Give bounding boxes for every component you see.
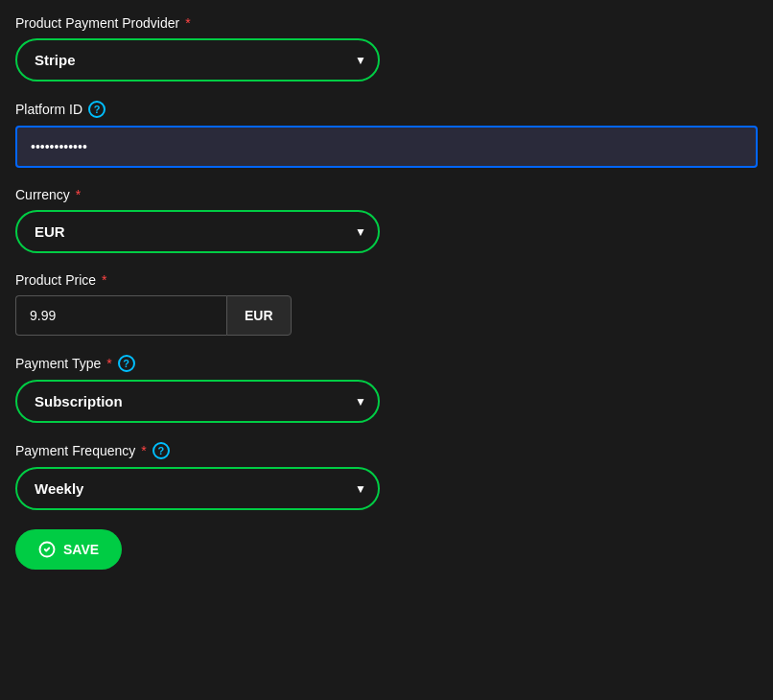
- payment-type-select-wrapper: Subscription One-time Free ▼: [15, 380, 380, 423]
- required-star: *: [76, 187, 81, 202]
- currency-select-wrapper: EUR USD GBP ▼: [15, 210, 380, 253]
- product-payment-provider-label: Product Payment Prodvider *: [15, 15, 758, 31]
- required-star: *: [141, 443, 146, 458]
- currency-label: Currency *: [15, 187, 758, 202]
- check-circle-icon: [38, 541, 56, 558]
- payment-frequency-label: Payment Frequency * ?: [15, 442, 758, 459]
- payment-frequency-help-icon[interactable]: ?: [152, 442, 170, 459]
- product-price-label: Product Price *: [15, 272, 758, 288]
- payment-frequency-select[interactable]: Weekly Monthly Yearly: [15, 467, 380, 510]
- payment-type-group: Payment Type * ? Subscription One-time F…: [15, 355, 758, 423]
- payment-type-label: Payment Type * ?: [15, 355, 758, 372]
- save-button-label: SAVE: [63, 542, 99, 557]
- product-price-row: EUR: [15, 295, 758, 336]
- currency-select[interactable]: EUR USD GBP: [15, 210, 380, 253]
- product-price-group: Product Price * EUR: [15, 272, 758, 336]
- payment-type-select[interactable]: Subscription One-time Free: [15, 380, 380, 423]
- platform-id-input[interactable]: [15, 126, 758, 168]
- platform-id-input-wrapper: [15, 126, 758, 168]
- currency-badge: EUR: [226, 295, 292, 336]
- platform-id-label: Platform ID ?: [15, 101, 758, 118]
- required-star: *: [185, 15, 190, 31]
- save-button[interactable]: SAVE: [15, 529, 122, 570]
- required-star: *: [102, 272, 106, 288]
- product-payment-provider-select[interactable]: Stripe PayPal Other: [15, 38, 380, 82]
- product-price-input[interactable]: [15, 295, 226, 336]
- platform-id-help-icon[interactable]: ?: [88, 101, 105, 118]
- payment-frequency-group: Payment Frequency * ? Weekly Monthly Yea…: [15, 442, 758, 510]
- payment-frequency-select-wrapper: Weekly Monthly Yearly ▼: [15, 467, 380, 510]
- platform-id-group: Platform ID ?: [15, 101, 758, 168]
- product-payment-provider-wrapper: Stripe PayPal Other ▼: [15, 38, 380, 82]
- currency-group: Currency * EUR USD GBP ▼: [15, 187, 758, 253]
- payment-type-help-icon[interactable]: ?: [118, 355, 135, 372]
- required-star: *: [106, 356, 111, 371]
- product-payment-provider-group: Product Payment Prodvider * Stripe PayPa…: [15, 15, 758, 82]
